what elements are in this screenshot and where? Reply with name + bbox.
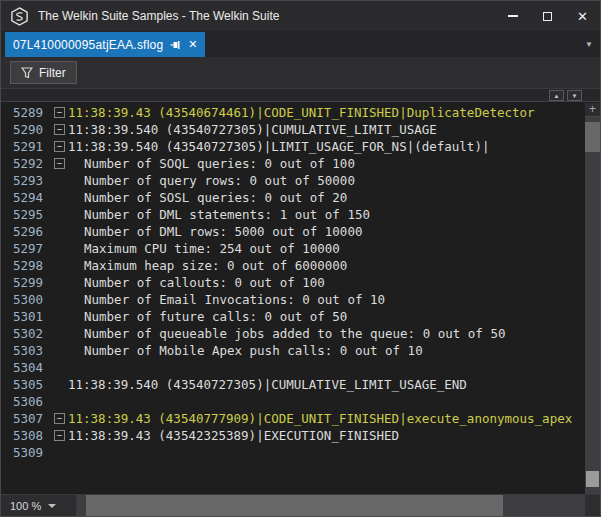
log-line: 5289−11:38:39.43 (43540674461)|CODE_UNIT… [1, 104, 585, 121]
scrollbar-bottom-grip[interactable] [586, 471, 599, 487]
close-icon: ✕ [577, 10, 588, 23]
tab-label: 07L410000095atjEAA.sflog [13, 38, 163, 52]
log-line: 530511:38:39.540 (43540727305)|CUMULATIV… [1, 376, 585, 393]
log-line: 5302Number of queueable jobs added to th… [1, 325, 585, 342]
editor-top-strip: ▲ ▼ [1, 89, 600, 102]
log-line: 5309 [1, 444, 585, 461]
window-controls: ✕ [495, 1, 600, 31]
log-line: 5293Number of query rows: 0 out of 50000 [1, 172, 585, 189]
log-line: 5307−11:38:39.43 (43540777909)|CODE_UNIT… [1, 410, 585, 427]
zoom-level-value: 100 % [10, 500, 41, 512]
open-documents-dropdown-icon[interactable]: ▼ [585, 41, 593, 49]
fold-collapse-icon[interactable]: − [54, 158, 65, 169]
fold-spacer [51, 291, 68, 308]
line-number: 5304 [1, 359, 51, 376]
log-text: 11:38:39.540 (43540727305)|CUMULATIVE_LI… [68, 121, 437, 138]
log-lines[interactable]: 5289−11:38:39.43 (43540674461)|CODE_UNIT… [1, 103, 585, 494]
minimize-button[interactable] [495, 1, 530, 31]
log-line: 5295Number of DML statements: 1 out of 1… [1, 206, 585, 223]
log-text: 11:38:39.540 (43540727305)|LIMIT_USAGE_F… [68, 138, 489, 155]
line-number: 5294 [1, 189, 51, 206]
tab-sflog-document[interactable]: 07L410000095atjEAA.sflog ✕ [5, 32, 205, 57]
fold-spacer [51, 223, 68, 240]
fold-collapse-icon[interactable]: − [54, 430, 65, 441]
vertical-scrollbar-thumb[interactable] [585, 122, 600, 152]
fold-toggle[interactable]: − [51, 121, 68, 138]
log-line: 5304 [1, 359, 585, 376]
log-text: Number of SOSL queries: 0 out of 20 [68, 189, 347, 206]
splitter-grip-icon[interactable]: + [585, 103, 600, 117]
zoom-control[interactable]: 100 % [1, 495, 77, 516]
line-number: 5296 [1, 223, 51, 240]
fold-spacer [51, 206, 68, 223]
fold-toggle[interactable]: − [51, 410, 68, 427]
horizontal-scrollbar[interactable] [77, 495, 585, 516]
fold-spacer [51, 189, 68, 206]
line-number: 5293 [1, 172, 51, 189]
close-button[interactable]: ✕ [565, 1, 600, 31]
fold-collapse-icon[interactable]: − [54, 107, 65, 118]
minimize-icon [508, 15, 518, 17]
log-navigation-buttons: ▲ ▼ [549, 90, 582, 101]
fold-toggle[interactable]: − [51, 155, 68, 172]
log-text: Number of Email Invocations: 0 out of 10 [68, 291, 385, 308]
fold-spacer [51, 172, 68, 189]
tab-close-icon[interactable]: ✕ [188, 39, 197, 50]
line-number: 5303 [1, 342, 51, 359]
line-number: 5309 [1, 444, 51, 461]
fold-spacer [51, 342, 68, 359]
nav-up-button[interactable]: ▲ [549, 90, 564, 101]
log-line: 5290−11:38:39.540 (43540727305)|CUMULATI… [1, 121, 585, 138]
line-number: 5297 [1, 240, 51, 257]
fold-collapse-icon[interactable]: − [54, 141, 65, 152]
pin-icon[interactable] [170, 40, 181, 50]
log-text: Number of callouts: 0 out of 100 [68, 274, 325, 291]
fold-collapse-icon[interactable]: − [54, 413, 65, 424]
maximize-button[interactable] [530, 1, 565, 31]
log-text: Number of Mobile Apex push calls: 0 out … [68, 342, 423, 359]
fold-spacer [51, 444, 68, 461]
vertical-scrollbar[interactable]: + [585, 103, 600, 494]
fold-toggle[interactable]: − [51, 427, 68, 444]
log-text: 11:38:39.43 (43540674461)|CODE_UNIT_FINI… [68, 104, 535, 121]
log-line: 5298Maximum heap size: 0 out of 6000000 [1, 257, 585, 274]
fold-spacer [51, 376, 68, 393]
line-number: 5308 [1, 427, 51, 444]
line-number: 5302 [1, 325, 51, 342]
title-bar: The Welkin Suite Samples - The Welkin Su… [1, 1, 600, 31]
nav-down-button[interactable]: ▼ [567, 90, 582, 101]
log-line: 5299Number of callouts: 0 out of 100 [1, 274, 585, 291]
document-tab-bar: 07L410000095atjEAA.sflog ✕ ▼ [1, 31, 600, 57]
log-line: 5300Number of Email Invocations: 0 out o… [1, 291, 585, 308]
line-number: 5291 [1, 138, 51, 155]
log-text: 11:38:39.43 (43542325389)|EXECUTION_FINI… [68, 427, 399, 444]
log-text: Number of SOQL queries: 0 out of 100 [68, 155, 355, 172]
fold-spacer [51, 359, 68, 376]
filter-button[interactable]: Filter [10, 61, 77, 84]
line-number: 5306 [1, 393, 51, 410]
log-text: 11:38:39.540 (43540727305)|CUMULATIVE_LI… [68, 376, 467, 393]
nav-down-icon: ▼ [572, 93, 578, 99]
log-text: Number of future calls: 0 out of 50 [68, 308, 347, 325]
fold-spacer [51, 274, 68, 291]
line-number: 5295 [1, 206, 51, 223]
scrollbar-corner [585, 495, 600, 516]
line-number: 5301 [1, 308, 51, 325]
fold-spacer [51, 257, 68, 274]
line-number: 5307 [1, 410, 51, 427]
welkin-suite-logo-icon [10, 7, 29, 26]
horizontal-scrollbar-thumb[interactable] [86, 495, 503, 516]
line-number: 5299 [1, 274, 51, 291]
maximize-icon [543, 12, 552, 21]
fold-toggle[interactable]: − [51, 104, 68, 121]
fold-collapse-icon[interactable]: − [54, 124, 65, 135]
log-line: 5306 [1, 393, 585, 410]
fold-toggle[interactable]: − [51, 138, 68, 155]
fold-spacer [51, 393, 68, 410]
bottom-bar: 100 % [1, 494, 600, 516]
window-title: The Welkin Suite Samples - The Welkin Su… [38, 9, 279, 23]
log-line: 5308−11:38:39.43 (43542325389)|EXECUTION… [1, 427, 585, 444]
fold-spacer [51, 240, 68, 257]
log-toolbar: Filter [1, 57, 600, 89]
line-number: 5305 [1, 376, 51, 393]
